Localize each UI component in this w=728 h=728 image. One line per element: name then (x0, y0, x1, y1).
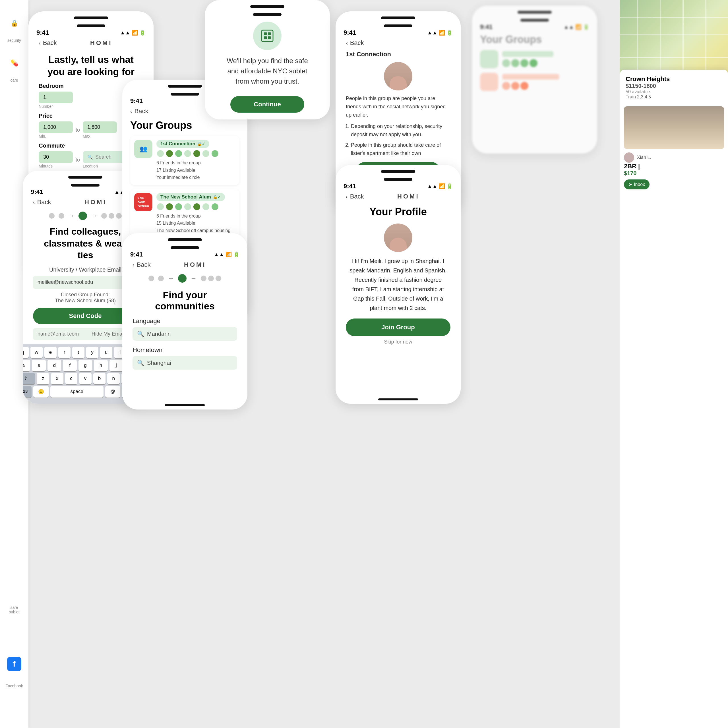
dot5-2 (158, 275, 164, 281)
dot2 (58, 213, 64, 219)
key-w[interactable]: w (31, 347, 43, 358)
time-5: 9:41 (480, 23, 492, 31)
continue-button[interactable]: Continue (230, 96, 304, 113)
back-label: Back (43, 39, 57, 47)
key-f[interactable]: f (63, 360, 76, 371)
blurred-avatar (529, 59, 537, 67)
member-avatar (202, 150, 210, 158)
svg-rect-4 (268, 37, 271, 39)
key-c[interactable]: c (65, 373, 78, 384)
group2-name-badge: The New School Alum 🔒✓ (156, 193, 225, 201)
key-j[interactable]: j (110, 360, 123, 371)
skip-link-6[interactable]: Skip for now (346, 339, 450, 345)
price-min-input[interactable]: 1,000 (39, 121, 73, 133)
security-icon[interactable]: 🔒 (8, 17, 20, 29)
care-icon[interactable]: 💊 (8, 57, 20, 69)
key-s[interactable]: s (32, 360, 46, 371)
groups-title: Your Groups (130, 116, 239, 136)
key-v[interactable]: v (79, 373, 92, 384)
status-icons-4: ▲▲ 📶 🔋 (427, 29, 453, 36)
price-max-hint: Max. (83, 134, 117, 139)
back-nav[interactable]: ‹ Back HOMI (39, 37, 143, 48)
commute-search-input[interactable]: 🔍Search (83, 151, 128, 163)
email-input[interactable]: meiilee@newschool.edu ✕ (33, 276, 138, 289)
group1-stats: 6 Friends in the group 17 Listing Availa… (156, 159, 236, 181)
dot4b (109, 213, 114, 219)
back-nav-6[interactable]: ‹ Back HOMI (346, 190, 450, 202)
listing-photo (624, 106, 724, 149)
key-x[interactable]: x (51, 373, 63, 384)
home-indicator-5 (165, 404, 205, 406)
key-space[interactable]: space (50, 386, 104, 398)
member-avatar (184, 203, 192, 211)
price-max-input[interactable]: 1,800 (83, 121, 117, 133)
member-avatar (174, 150, 183, 158)
status-icons: ▲▲ 📶 🔋 (120, 29, 145, 36)
key-a[interactable]: a (23, 360, 30, 371)
groups-title-2: Your Groups (480, 31, 589, 50)
progress-dots-5: → → (133, 270, 237, 286)
arrow5-1: → (168, 275, 174, 282)
member-avatar (211, 150, 219, 158)
security-label: security (3, 38, 26, 43)
language-search-input[interactable]: 🔍 Mandarin (133, 327, 237, 341)
key-n[interactable]: n (107, 373, 120, 384)
back-chevron-4: ‹ (346, 40, 348, 46)
profile-phone: 9:41 ▲▲ 📶 🔋 ‹ Back HOMI Your Profile Hi!… (336, 165, 461, 404)
key-y[interactable]: y (86, 347, 98, 358)
join-group-button[interactable]: Join Group (346, 318, 450, 336)
facebook-icon[interactable]: f (7, 657, 21, 671)
arrow1: → (68, 212, 75, 220)
member-avatar (193, 203, 201, 211)
key-r[interactable]: r (58, 347, 70, 358)
key-q[interactable]: q (23, 347, 29, 358)
group2-stats: 6 Friends in the group 15 Listing Availa… (156, 213, 236, 234)
key-g[interactable]: g (78, 360, 92, 371)
map-area: Crown Heights $1150-1800 50 available Tr… (620, 0, 728, 102)
communities-title: Find your communities (133, 286, 237, 317)
bedroom-input[interactable]: 1 (39, 92, 73, 103)
back-nav-5[interactable]: ‹ Back HOMI (133, 258, 237, 270)
time-2: 9:41 (31, 188, 43, 196)
key-t[interactable]: t (72, 347, 84, 358)
member-avatar (165, 150, 173, 158)
hometown-search-input[interactable]: 🔍 Shanghai (133, 356, 237, 370)
listing-photo-inner (624, 106, 724, 149)
key-e[interactable]: e (44, 347, 57, 358)
price-min-hint: Min. (39, 134, 73, 139)
group2-check: 🔒✓ (213, 195, 221, 199)
group2-listings: 15 Listing Available (156, 220, 236, 227)
key-shift[interactable]: ⇧ (23, 373, 35, 384)
profile-person-face (384, 223, 412, 252)
listing-person: Xian L. (624, 153, 724, 163)
commute-min-input[interactable]: 30 (39, 151, 73, 163)
back-nav-4[interactable]: ‹ Back (346, 37, 450, 48)
group-card-2: TheNewSchool The New School Alum 🔒✓ 6 Fr (130, 189, 239, 238)
key-u[interactable]: u (100, 347, 112, 358)
group1-name: 1st Connection (161, 141, 195, 147)
group1-name-badge: 1st Connection 🔒✓ (156, 140, 209, 148)
map-road (620, 17, 728, 18)
back-chevron: ‹ (39, 40, 41, 46)
name-placeholder: name@email.com (38, 331, 79, 337)
blurred-group1-name (502, 51, 554, 57)
group2-name: The New School Alum (161, 194, 211, 200)
back-label-4: Back (350, 39, 364, 47)
key-b[interactable]: b (93, 373, 106, 384)
back-nav-2[interactable]: ‹ Back HOMI (33, 196, 138, 208)
inbox-button[interactable]: ➤ Inbox (624, 179, 650, 190)
inbox-icon: ➤ (629, 182, 632, 187)
key-h[interactable]: h (94, 360, 107, 371)
key-z[interactable]: z (37, 373, 49, 384)
blurred-group2-logo (480, 73, 498, 91)
member-avatar (156, 203, 164, 211)
homi-logo-6: HOMI (366, 193, 450, 200)
send-code-button[interactable]: Send Code (33, 308, 138, 324)
group-card-1: 👥 1st Connection 🔒✓ 6 Friends in the gr (130, 136, 239, 185)
name-email-input[interactable]: name@email.com Hide My Email 🔑 (33, 328, 138, 340)
key-d[interactable]: d (47, 360, 61, 371)
hometown-search-icon: 🔍 (137, 359, 144, 366)
key-at[interactable]: @ (105, 386, 120, 398)
crown-price: $1150-1800 (626, 83, 722, 89)
key-emoji[interactable]: 🙂 (33, 386, 48, 398)
